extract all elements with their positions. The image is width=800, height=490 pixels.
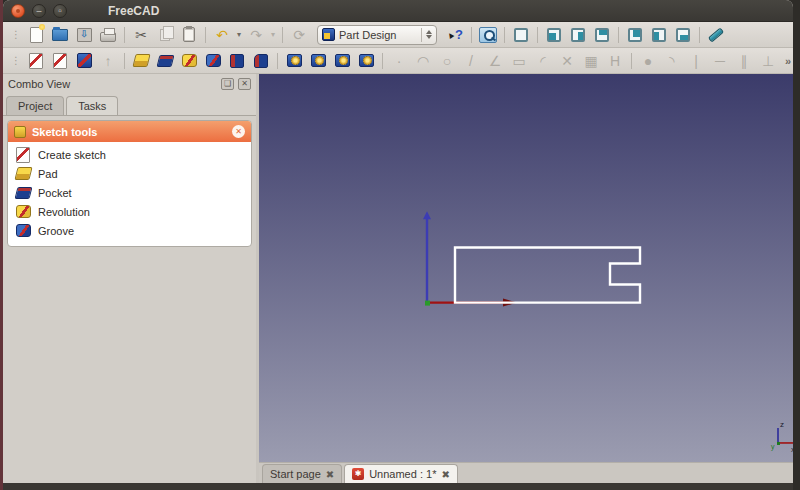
open-document-glyph: [52, 29, 68, 41]
sketcher-polyline-icon: ∠: [483, 50, 507, 72]
whats-this-icon[interactable]: [443, 24, 467, 46]
create-sketch-icon: [14, 147, 32, 163]
document-tab-label: Unnamed : 1*: [369, 468, 436, 480]
constraint-coincident-icon: ●: [636, 50, 660, 72]
sketch-outline[interactable]: [455, 247, 640, 302]
view-top-icon[interactable]: [590, 24, 614, 46]
toolbar-separator: [504, 27, 505, 43]
float-panel-icon[interactable]: ❏: [221, 78, 234, 90]
icon-glyph: [16, 224, 31, 237]
pad-icon[interactable]: [129, 50, 153, 72]
constraint-parallel-icon: ∥: [732, 50, 756, 72]
measure-distance-icon[interactable]: [704, 24, 728, 46]
map-sketch-to-face-icon[interactable]: [72, 50, 96, 72]
groove-icon: [14, 224, 32, 237]
constraint-coincident-glyph: ●: [644, 54, 652, 68]
undo-history-caret-icon[interactable]: ▾: [234, 30, 244, 39]
view-left-icon[interactable]: [647, 24, 671, 46]
view-axonometric-icon[interactable]: [509, 24, 533, 46]
taskbox-close-icon[interactable]: ✕: [232, 125, 245, 138]
sketch-tools-taskbox: Sketch tools ✕ Create sketchPadPocketRev…: [7, 120, 252, 247]
toolbar-separator: [124, 53, 125, 69]
toolbar-separator: [699, 27, 700, 43]
view-right-glyph: [571, 28, 585, 42]
titlebar[interactable]: FreeCAD: [3, 0, 793, 22]
document-tab-start-page[interactable]: Start page✖: [262, 464, 342, 483]
mirrored-icon[interactable]: [282, 50, 306, 72]
measure-distance-glyph: [708, 27, 724, 42]
task-item-pocket[interactable]: Pocket: [12, 183, 247, 202]
view-front-icon[interactable]: [542, 24, 566, 46]
svg-text:y: y: [771, 443, 775, 451]
view-rear-icon[interactable]: [623, 24, 647, 46]
bottom-edge-strip: [3, 483, 800, 490]
linear-pattern-icon[interactable]: [306, 50, 330, 72]
pad-glyph: [132, 54, 150, 67]
window-minimize-button[interactable]: [32, 4, 46, 18]
undo-glyph: ↶: [216, 28, 228, 42]
toolbar-separator: [277, 53, 278, 69]
view-right-icon[interactable]: [566, 24, 590, 46]
origin-point: [425, 301, 430, 306]
chamfer-glyph: [254, 54, 268, 68]
toolbar-separator: [537, 27, 538, 43]
constraint-horizontal-icon: ─: [708, 50, 732, 72]
view-top-glyph: [595, 28, 609, 42]
polar-pattern-icon[interactable]: [330, 50, 354, 72]
fillet-icon[interactable]: [225, 50, 249, 72]
paste-icon[interactable]: [177, 24, 201, 46]
task-item-pad[interactable]: Pad: [12, 164, 247, 183]
combo-view-tabs: ProjectTasks: [3, 94, 256, 115]
edit-sketch-icon: [48, 50, 72, 72]
tab-tasks[interactable]: Tasks: [66, 96, 118, 115]
polar-pattern-glyph: [335, 54, 350, 67]
fit-all-icon[interactable]: [476, 24, 500, 46]
sketcher-symmetry-icon: H: [603, 50, 627, 72]
redo-icon: ↷: [244, 24, 268, 46]
constraint-horizontal-glyph: ─: [715, 54, 725, 68]
cut-icon[interactable]: ✂: [129, 24, 153, 46]
combo-view-title: Combo View: [8, 78, 217, 90]
undo-icon[interactable]: ↶: [210, 24, 234, 46]
workbench-selected-value: Part Design: [339, 29, 417, 41]
print-icon[interactable]: [96, 24, 120, 46]
task-item-groove[interactable]: Groove: [12, 221, 247, 240]
workbench-selector[interactable]: Part Design: [317, 25, 437, 45]
tab-close-icon[interactable]: ✖: [326, 469, 334, 480]
redo-history-caret-icon: ▾: [268, 30, 278, 39]
pocket-icon[interactable]: [153, 50, 177, 72]
save-document-icon[interactable]: [72, 24, 96, 46]
view-bottom-glyph: [676, 28, 690, 42]
constraint-perpendicular-icon: ⊥: [756, 50, 780, 72]
view-axonometric-glyph: [514, 28, 528, 42]
create-sketch-icon[interactable]: [24, 50, 48, 72]
combo-spinner-icon[interactable]: [421, 28, 432, 42]
3d-viewport[interactable]: z x y: [259, 74, 793, 462]
toolbar-separator: [471, 27, 472, 43]
viewport-canvas: z x y: [259, 74, 793, 462]
task-item-create-sketch[interactable]: Create sketch: [12, 145, 247, 164]
sketcher-point-icon: ·: [387, 50, 411, 72]
new-document-icon[interactable]: [24, 24, 48, 46]
sketcher-polyline-glyph: ∠: [489, 54, 502, 68]
sketcher-arc-glyph: ◠: [417, 54, 429, 68]
open-document-icon[interactable]: [48, 24, 72, 46]
multitransform-icon[interactable]: [354, 50, 378, 72]
chamfer-icon[interactable]: [249, 50, 273, 72]
view-bottom-icon[interactable]: [671, 24, 695, 46]
document-tab-unnamed-1[interactable]: ✱Unnamed : 1*✖: [344, 464, 458, 483]
revolution-glyph: [182, 54, 197, 67]
toolbar-overflow-icon[interactable]: »: [785, 55, 791, 67]
sketcher-fillet-glyph: ◜: [540, 54, 545, 68]
desktop: FreeCAD ✂↶▾↷▾⟳Part Design ↑·◠○/∠▭◜✕▦H●◝|…: [0, 0, 800, 490]
tab-close-icon[interactable]: ✖: [441, 469, 449, 480]
window-maximize-button[interactable]: [53, 4, 67, 18]
task-item-revolution[interactable]: Revolution: [12, 202, 247, 221]
close-panel-icon[interactable]: ✕: [238, 78, 251, 90]
groove-icon[interactable]: [201, 50, 225, 72]
copy-glyph: [160, 29, 170, 41]
tab-project[interactable]: Project: [6, 96, 64, 115]
window-close-button[interactable]: [11, 4, 25, 18]
sketcher-trim-icon: ✕: [555, 50, 579, 72]
revolution-icon[interactable]: [177, 50, 201, 72]
